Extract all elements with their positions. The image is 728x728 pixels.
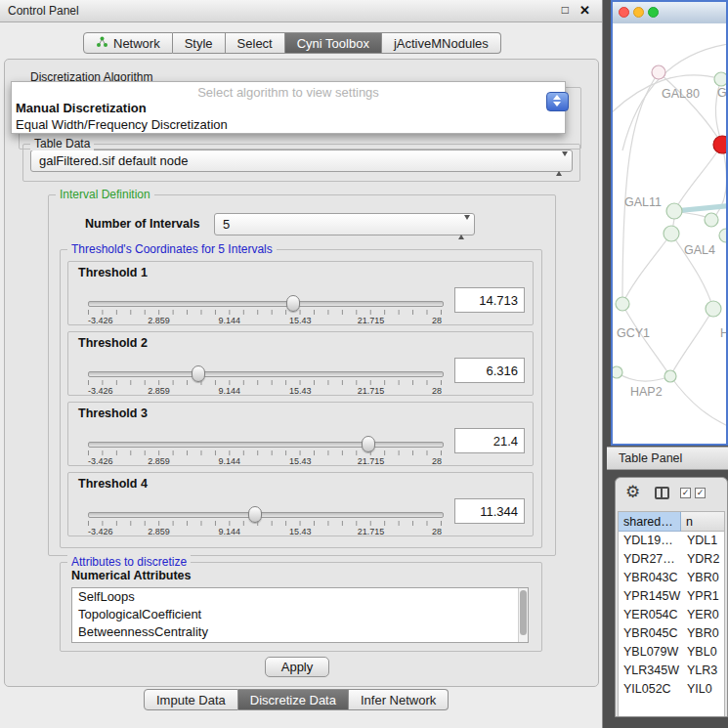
- network-window-titlebar[interactable]: [613, 2, 726, 24]
- tab-style[interactable]: Style: [173, 32, 226, 54]
- list-item[interactable]: BetweennessCentrality: [72, 623, 528, 641]
- threshold-value-field[interactable]: 21.4: [454, 428, 525, 453]
- scale-label: 2.859: [148, 386, 170, 396]
- tab-impute-data[interactable]: Impute Data: [144, 689, 238, 710]
- threshold-value-field[interactable]: 11.344: [454, 498, 525, 524]
- number-of-intervals-combo[interactable]: 5: [214, 213, 475, 236]
- selected-node[interactable]: [713, 136, 726, 153]
- cell[interactable]: YLR3: [681, 662, 724, 680]
- scale-label: 9.144: [219, 527, 241, 536]
- close-traffic-light-icon[interactable]: [619, 7, 629, 18]
- node-label: GA: [717, 86, 726, 100]
- thresholds-group-title: Threshold's Coordinates for 5 Intervals: [67, 242, 277, 256]
- node[interactable]: [664, 370, 676, 382]
- node[interactable]: [714, 72, 726, 86]
- columns-icon[interactable]: [655, 487, 669, 499]
- algorithm-combo-button[interactable]: [546, 92, 569, 111]
- cell[interactable]: YDL19…: [619, 532, 681, 550]
- checkbox-icon[interactable]: ✓: [680, 488, 691, 498]
- checkbox-icon[interactable]: ✓: [695, 488, 706, 498]
- combo-up-down-icon: [556, 153, 568, 174]
- tab-network[interactable]: Network: [83, 32, 173, 54]
- scale-label: 28: [432, 527, 442, 536]
- node[interactable]: [613, 366, 622, 378]
- cell[interactable]: YLR345W: [619, 662, 681, 680]
- list-item[interactable]: TopologicalCoefficient: [72, 606, 528, 623]
- node-label: GAL80: [662, 87, 700, 101]
- cell[interactable]: YPR1: [681, 587, 724, 606]
- scrollbar-thumb[interactable]: [520, 590, 527, 635]
- table-row[interactable]: YDL19… YDL1: [619, 532, 724, 550]
- table-data-combo[interactable]: galFiltered.sif default node: [30, 150, 573, 172]
- cell[interactable]: YIL052C: [619, 680, 681, 699]
- threshold-value-field[interactable]: 14.713: [454, 287, 525, 313]
- cell[interactable]: YBR045C: [619, 624, 681, 643]
- control-panel-titlebar: Control Panel □ ✕: [0, 0, 602, 22]
- tab-discretize-data[interactable]: Discretize Data: [238, 689, 349, 710]
- tab-infer-network[interactable]: Infer Network: [349, 689, 449, 710]
- bottom-tab-bar: Impute Data Discretize Data Infer Networ…: [144, 689, 449, 710]
- cell[interactable]: YPR145W: [619, 587, 681, 606]
- table-row[interactable]: YBR045C YBR0: [619, 624, 724, 643]
- float-window-icon[interactable]: □: [562, 3, 569, 17]
- numerical-attributes-list: SelfLoops TopologicalCoefficient Between…: [71, 587, 529, 643]
- threshold-slider-track[interactable]: [88, 512, 444, 518]
- node[interactable]: [664, 226, 679, 241]
- threshold-slider-track[interactable]: [88, 371, 444, 377]
- cell[interactable]: YDR2: [681, 550, 724, 569]
- cell[interactable]: YDL1: [681, 532, 724, 550]
- cell[interactable]: YER0: [681, 606, 724, 624]
- cell[interactable]: YBR0: [681, 569, 724, 587]
- zoom-traffic-light-icon[interactable]: [648, 7, 659, 18]
- table-row[interactable]: YER054C YER0: [619, 606, 724, 624]
- network-canvas[interactable]: GAL80 GA GAL11 GAL4 GCY1 HAP2 H: [613, 23, 726, 444]
- numerical-attributes-label: Numerical Attributes: [71, 569, 191, 582]
- table-row[interactable]: YLR345W YLR3: [619, 662, 724, 680]
- close-icon[interactable]: ✕: [579, 3, 590, 18]
- minimize-traffic-light-icon[interactable]: [633, 7, 644, 18]
- node[interactable]: [719, 229, 726, 242]
- menu-item-equal-width-frequency[interactable]: Equal Width/Frequency Discretization: [12, 116, 565, 133]
- scale-label: 2.859: [148, 456, 170, 466]
- table-row[interactable]: YIL052C YIL0: [619, 680, 724, 699]
- tab-select[interactable]: Select: [226, 32, 285, 54]
- tab-cyni-toolbox[interactable]: Cyni Toolbox: [285, 32, 382, 54]
- cell[interactable]: YBR043C: [619, 569, 681, 587]
- table-row[interactable]: YBR043C YBR0: [619, 569, 724, 587]
- table-row[interactable]: YPR145W YPR1: [619, 587, 724, 606]
- slider-tick-marks: [88, 450, 442, 455]
- cell[interactable]: YER054C: [619, 606, 681, 624]
- table-row[interactable]: YDR27… YDR2: [619, 550, 724, 569]
- node[interactable]: [706, 301, 721, 317]
- list-item[interactable]: SelfLoops: [72, 588, 528, 606]
- node[interactable]: [616, 297, 629, 311]
- slider-scale-labels: -3.426 2.859 9.144 15.43 21.715 28: [88, 386, 442, 396]
- gear-icon[interactable]: ⚙: [625, 483, 640, 502]
- slider-tick-marks: [88, 521, 442, 526]
- threshold-label: Threshold 3: [78, 407, 148, 420]
- column-header-shared-name[interactable]: shared…: [619, 512, 681, 532]
- scrollbar[interactable]: [518, 588, 528, 642]
- threshold-slider-track[interactable]: [88, 442, 444, 448]
- tab-jactivemnodules[interactable]: jActiveMNodules: [382, 32, 501, 54]
- cell[interactable]: YBR0: [681, 624, 724, 643]
- cell[interactable]: YIL0: [681, 680, 724, 699]
- threshold-slider-track[interactable]: [88, 301, 444, 307]
- threshold-value-field[interactable]: 6.316: [454, 358, 525, 383]
- column-header-name[interactable]: n: [681, 512, 724, 532]
- cell[interactable]: YBL0: [681, 643, 724, 662]
- cell[interactable]: YDR27…: [619, 550, 681, 569]
- scale-label: 2.859: [148, 527, 170, 536]
- node[interactable]: [652, 65, 665, 79]
- apply-button[interactable]: Apply: [265, 657, 329, 677]
- cell[interactable]: YBL079W: [619, 643, 681, 662]
- table-toolbar: ⚙ ✓ ✓: [616, 478, 727, 509]
- scale-label: 9.144: [219, 456, 241, 466]
- combo-up-down-icon: [458, 217, 470, 237]
- menu-item-manual-discretization[interactable]: Manual Discretization: [12, 100, 565, 116]
- node[interactable]: [705, 213, 718, 227]
- table-data-combo-value: galFiltered.sif default node: [39, 153, 188, 168]
- node-label: GAL11: [624, 195, 662, 209]
- table-row[interactable]: YBL079W YBL0: [619, 643, 724, 662]
- node[interactable]: [666, 203, 682, 219]
